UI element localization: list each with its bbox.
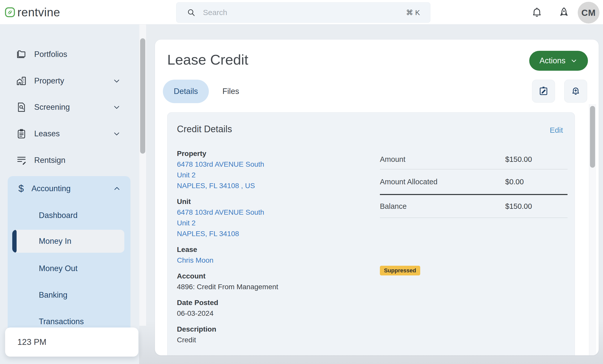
sidebar-item-money-in[interactable]: Money In bbox=[12, 230, 124, 253]
property-link[interactable]: 6478 103rd AVENUE South bbox=[177, 159, 366, 170]
search-icon bbox=[187, 8, 196, 17]
credit-details-heading: Credit Details bbox=[177, 124, 232, 135]
folders-icon bbox=[16, 49, 27, 60]
sidebar-scrollbar-thumb[interactable] bbox=[140, 38, 145, 154]
property-icon bbox=[16, 75, 27, 87]
rentvine-logo[interactable]: rentvine bbox=[5, 0, 60, 25]
chevron-down-icon bbox=[112, 129, 121, 138]
chevron-down-icon bbox=[112, 77, 121, 85]
tab-files[interactable]: Files bbox=[214, 80, 247, 103]
sidebar-item-label: Money In bbox=[39, 230, 71, 253]
field-lease: Lease Chris Moon bbox=[177, 244, 366, 266]
amount-label: Amount Allocated bbox=[380, 178, 438, 186]
search-shortcut-hint: ⌘ K bbox=[406, 8, 420, 17]
top-bar: rentvine Search ⌘ K CM bbox=[0, 0, 603, 25]
sidebar-item-label: Portfolios bbox=[34, 50, 67, 59]
sidebar-item-label: Rentsign bbox=[34, 156, 65, 165]
field-value: Credit bbox=[177, 335, 366, 345]
amount-label: Balance bbox=[380, 202, 407, 211]
selected-indicator-bar bbox=[12, 230, 17, 253]
chevron-down-icon bbox=[112, 103, 121, 112]
toast-notification[interactable]: 123 PM bbox=[5, 327, 138, 357]
amount-label: Amount bbox=[380, 155, 405, 164]
field-value: 06-03-2024 bbox=[177, 308, 366, 319]
status-badge-suppressed: Suppressed bbox=[380, 266, 420, 275]
sidebar-item-label: Screening bbox=[34, 103, 70, 112]
toast-text: 123 PM bbox=[17, 337, 46, 347]
tab-label: Files bbox=[222, 87, 239, 96]
sidebar-item-banking[interactable]: Banking bbox=[39, 286, 67, 304]
field-value: 4896: Credit From Management bbox=[177, 282, 366, 292]
sidebar-item-label: Money Out bbox=[39, 264, 78, 273]
sidebar-item-portfolios[interactable]: Portfolios bbox=[16, 45, 121, 63]
sidebar-scrollbar[interactable] bbox=[139, 25, 146, 326]
avatar-initials: CM bbox=[581, 8, 596, 18]
credit-details-fields: Property 6478 103rd AVENUE South Unit 2 … bbox=[177, 148, 366, 350]
bell-plus-icon bbox=[570, 86, 581, 96]
search-input[interactable]: Search ⌘ K bbox=[176, 2, 430, 23]
sidebar-item-label: Leases bbox=[34, 129, 60, 138]
amounts-table: Amount $150.00 Amount Allocated $0.00 Ba… bbox=[380, 150, 568, 218]
main-content-card: Lease Credit Actions Details Files Credi… bbox=[155, 40, 599, 355]
sidebar-item-dashboard[interactable]: Dashboard bbox=[39, 207, 78, 224]
user-avatar[interactable]: CM bbox=[578, 2, 599, 23]
rentsign-icon bbox=[16, 155, 27, 166]
field-date-posted: Date Posted 06-03-2024 bbox=[177, 297, 366, 319]
sidebar-item-leases[interactable]: Leases bbox=[16, 125, 121, 143]
property-link[interactable]: Unit 2 bbox=[177, 170, 366, 180]
tab-label: Details bbox=[174, 87, 198, 96]
screening-icon bbox=[16, 102, 27, 113]
edit-note-button[interactable] bbox=[532, 80, 555, 103]
field-label: Description bbox=[177, 324, 366, 335]
page-title: Lease Credit bbox=[167, 51, 248, 68]
sidebar-item-label: Accounting bbox=[31, 184, 70, 193]
lease-link[interactable]: Chris Moon bbox=[177, 255, 366, 266]
field-unit: Unit 6478 103rd AVENUE South Unit 2 NAPL… bbox=[177, 196, 366, 239]
notifications-bell-icon[interactable] bbox=[531, 7, 543, 18]
field-description: Description Credit bbox=[177, 324, 366, 345]
unit-link[interactable]: Unit 2 bbox=[177, 218, 366, 228]
balance-row: Balance $150.00 bbox=[380, 195, 568, 218]
sidebar-item-rentsign[interactable]: Rentsign bbox=[16, 151, 121, 169]
amount-value: $150.00 bbox=[505, 155, 532, 164]
sidebar-item-money-out[interactable]: Money Out bbox=[39, 260, 78, 277]
sidebar: Portfolios Property Screening bbox=[0, 25, 139, 364]
content-scrollbar-thumb[interactable] bbox=[590, 106, 595, 168]
sidebar-item-label: Dashboard bbox=[39, 211, 78, 220]
leases-clipboard-icon bbox=[16, 128, 27, 139]
field-account: Account 4896: Credit From Management bbox=[177, 271, 366, 292]
sidebar-item-label: Banking bbox=[39, 290, 67, 300]
unit-link[interactable]: 6478 103rd AVENUE South bbox=[177, 207, 366, 218]
field-label: Date Posted bbox=[177, 297, 366, 308]
amount-allocated-row: Amount Allocated $0.00 bbox=[380, 169, 568, 195]
sidebar-item-label: Property bbox=[34, 76, 64, 86]
field-label: Property bbox=[177, 148, 366, 159]
search-placeholder: Search bbox=[203, 8, 406, 17]
amount-value: $150.00 bbox=[505, 202, 532, 211]
rentvine-logo-icon bbox=[5, 7, 15, 18]
subscribe-alerts-button[interactable] bbox=[564, 80, 587, 103]
edit-link[interactable]: Edit bbox=[550, 126, 563, 135]
chevron-up-icon bbox=[113, 184, 121, 193]
chevron-down-icon bbox=[570, 57, 578, 65]
amount-row: Amount $150.00 bbox=[380, 150, 568, 169]
note-pencil-icon bbox=[538, 86, 549, 96]
credit-details-panel: Credit Details Edit Property 6478 103rd … bbox=[167, 112, 575, 355]
tab-details[interactable]: Details bbox=[163, 80, 209, 103]
sidebar-section-accounting: $ Accounting Dashboard Money In Money Ou… bbox=[8, 176, 130, 342]
logo-text: rentvine bbox=[17, 5, 60, 19]
field-label: Lease bbox=[177, 244, 366, 255]
dollar-icon: $ bbox=[18, 183, 24, 194]
content-scrollbar[interactable] bbox=[589, 104, 596, 355]
unit-link[interactable]: NAPLES, FL 34108 bbox=[177, 228, 366, 239]
field-property: Property 6478 103rd AVENUE South Unit 2 … bbox=[177, 148, 366, 191]
actions-button[interactable]: Actions bbox=[529, 51, 588, 71]
property-link[interactable]: NAPLES, FL 34108 , US bbox=[177, 180, 366, 191]
sidebar-item-property[interactable]: Property bbox=[16, 72, 121, 90]
sidebar-item-label: Transactions bbox=[39, 317, 84, 326]
actions-button-label: Actions bbox=[539, 56, 565, 65]
whats-new-rocket-icon[interactable] bbox=[558, 7, 570, 18]
sidebar-item-screening[interactable]: Screening bbox=[16, 98, 121, 116]
sidebar-item-accounting[interactable]: $ Accounting bbox=[18, 180, 121, 198]
field-label: Account bbox=[177, 271, 366, 282]
